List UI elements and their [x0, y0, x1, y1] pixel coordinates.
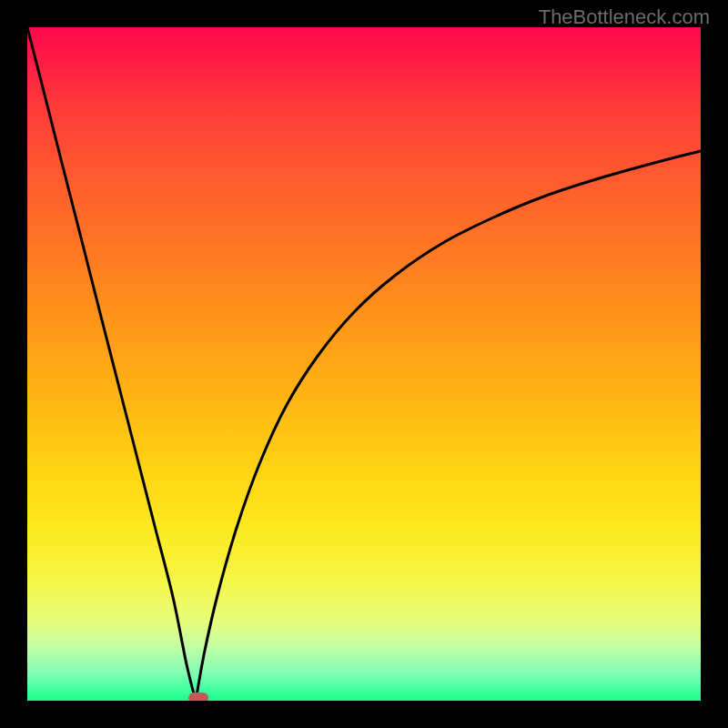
- curve-right-branch: [196, 151, 701, 701]
- plot-area: [27, 27, 701, 701]
- curve-left-branch: [27, 27, 196, 701]
- bottleneck-curve: [27, 27, 701, 701]
- watermark-text: TheBottleneck.com: [539, 5, 710, 29]
- vertex-marker: [188, 693, 208, 701]
